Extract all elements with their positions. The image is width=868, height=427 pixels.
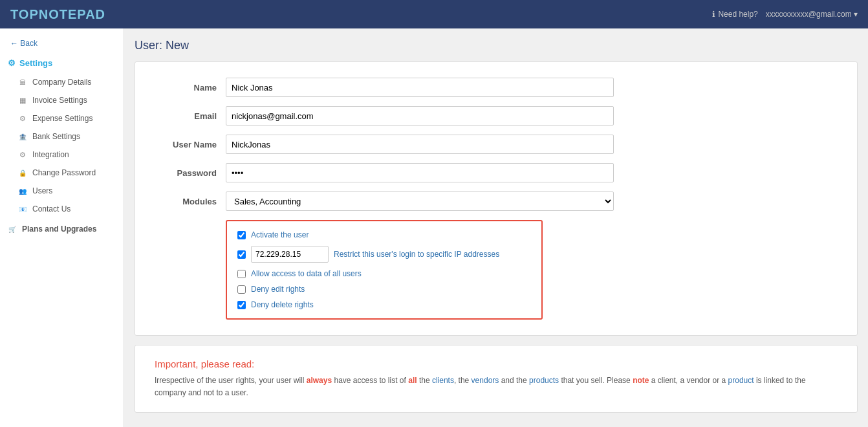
username-input[interactable] [226,135,614,154]
ip-checkbox[interactable] [237,250,246,259]
access-all-row: Allow access to data of all users [237,269,531,278]
username-row: User Name [155,135,838,154]
deny-edit-checkbox[interactable] [237,285,246,294]
cart-icon [8,224,17,234]
access-all-label: Allow access to data of all users [251,269,362,278]
lock-icon [18,168,27,177]
sidebar-item-contact-us[interactable]: Contact Us [0,200,124,218]
note-card: Important, please read: Irrespective of … [135,345,858,413]
user-email-display[interactable]: xxxxxxxxxxx@gmail.com [766,10,858,19]
grid-icon [18,96,27,105]
modules-select[interactable]: Sales, Accounting [226,192,614,211]
sidebar-item-expense-settings[interactable]: Expense Settings [0,109,124,127]
password-label: Password [155,168,226,178]
settings-section-title: Settings [0,53,124,73]
expense-settings-icon [18,114,27,123]
help-label: Need help? [718,10,757,19]
ip-restriction-link[interactable]: Restrict this user's login to specific I… [334,250,499,259]
sidebar-item-invoice-settings[interactable]: Invoice Settings [0,91,124,109]
password-input[interactable] [226,163,614,182]
modules-row: Modules Sales, Accounting [155,192,838,211]
contact-icon [18,204,27,214]
logo-top: Top [10,7,39,21]
email-row: Email [155,106,838,126]
access-all-checkbox[interactable] [237,270,246,278]
header: TopNotepad Need help? xxxxxxxxxxx@gmail.… [0,0,868,28]
deny-delete-label: Deny delete rights [251,300,314,309]
sidebar-plans-upgrades[interactable]: Plans and Upgrades [0,218,124,240]
deny-delete-checkbox[interactable] [237,301,246,309]
ip-input[interactable] [251,246,329,263]
deny-delete-row: Deny delete rights [237,300,531,309]
bank-icon [18,132,27,141]
integration-icon [18,150,27,159]
header-right: Need help? xxxxxxxxxxx@gmail.com [712,10,858,19]
permissions-box: Activate the user Restrict this user's l… [226,220,543,320]
settings-icon [8,58,16,68]
sidebar-item-bank-settings[interactable]: Bank Settings [0,127,124,146]
footer-buttons: Save Close [135,422,858,427]
email-label: Email [155,111,226,121]
app-logo: TopNotepad [10,7,105,22]
activate-checkbox[interactable] [237,231,246,239]
activate-row: Activate the user [237,230,531,239]
note-title: Important, please read: [155,358,838,369]
password-row: Password [155,163,838,182]
modules-label: Modules [155,197,226,206]
building-icon [18,78,27,87]
sidebar-item-users[interactable]: Users [0,182,124,200]
ip-row: Restrict this user's login to specific I… [237,246,531,263]
user-form-card: Name Email User Name Password Modules Sa… [135,61,858,336]
username-label: User Name [155,140,226,149]
sidebar-item-integration[interactable]: Integration [0,146,124,164]
help-icon [712,10,715,19]
email-input[interactable] [226,106,614,126]
name-label: Name [155,83,226,93]
note-text: Irrespective of the user rights, your us… [155,375,838,399]
help-link[interactable]: Need help? [712,10,757,19]
name-input[interactable] [226,78,614,97]
sidebar-item-change-password[interactable]: Change Password [0,164,124,182]
users-icon [18,186,27,195]
deny-edit-row: Deny edit rights [237,285,531,294]
back-button[interactable]: ← Back [0,34,124,53]
deny-edit-label: Deny edit rights [251,285,305,294]
sidebar-item-company-details[interactable]: Company Details [0,73,124,91]
page-title: User: New [135,39,858,52]
logo-notepad: Notepad [39,7,105,21]
app-layout: ← Back Settings Company Details Invoice … [0,28,868,427]
activate-label: Activate the user [251,230,309,239]
name-row: Name [155,78,838,97]
sidebar: ← Back Settings Company Details Invoice … [0,28,124,427]
main-content: User: New Name Email User Name Password … [124,28,868,427]
chevron-down-icon [854,10,858,19]
